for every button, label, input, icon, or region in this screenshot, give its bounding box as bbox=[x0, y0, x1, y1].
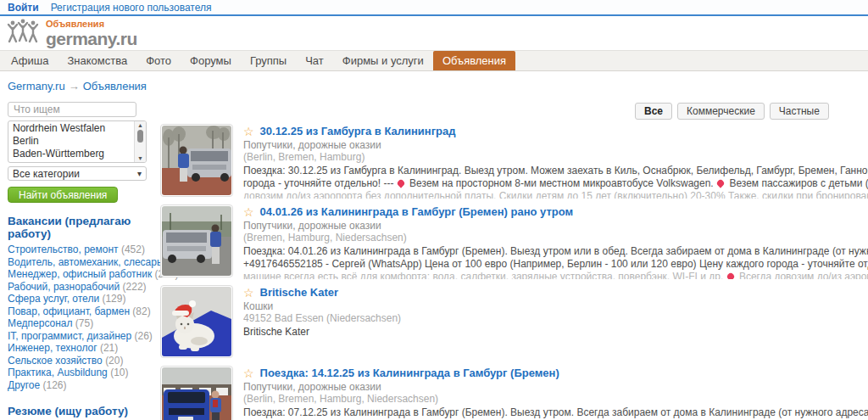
favorite-star-icon[interactable]: ☆ bbox=[243, 367, 254, 379]
breadcrumb-home[interactable]: Germany.ru bbox=[8, 80, 65, 92]
ad-description-line: +4917646552185 - Сергей (WhatsApp) Цена … bbox=[243, 258, 868, 271]
chevron-down-icon: ▾ bbox=[137, 169, 142, 178]
content: Nordrhein Westfalen Berlin Baden-Württem… bbox=[0, 100, 868, 420]
logo-site-name: germany.ru bbox=[46, 29, 137, 48]
nav-foto[interactable]: Фото bbox=[136, 51, 181, 70]
nav-znakomstva[interactable]: Знакомства bbox=[58, 51, 136, 70]
favorite-star-icon[interactable]: ☆ bbox=[243, 287, 254, 299]
filter-private-button[interactable]: Частные bbox=[770, 103, 829, 120]
ad-body: ☆ Поездка: 14.12.25 из Калининграда в Га… bbox=[243, 366, 868, 420]
ad-category: Попутчики, дорожные оказии bbox=[243, 139, 868, 151]
ad-location: (Berlin, Bremen, Hamburg) bbox=[243, 151, 868, 163]
ad-description-line: Поездка: 30.12.25 из Гамбурга в Калининг… bbox=[243, 165, 868, 177]
map-pin-icon bbox=[715, 178, 725, 188]
vacancy-category: Строительство, ремонт (452) bbox=[8, 244, 147, 256]
topbar: Войти Регистрация нового пользователя bbox=[0, 0, 868, 16]
filter-all-button[interactable]: Все bbox=[635, 103, 672, 120]
scroll-thumb[interactable] bbox=[137, 130, 143, 143]
ad-title-link[interactable]: Britische Kater bbox=[260, 286, 338, 299]
type-filter-group: Все Коммерческие Частные bbox=[635, 100, 868, 122]
site-header: Объявления germany.ru bbox=[0, 16, 868, 50]
ad-description-line: Поездка: 07.12.25 из Калининграда в Гамб… bbox=[243, 406, 868, 419]
ad-description-line: города - уточняйте отдельно! --- Везем н… bbox=[243, 177, 868, 190]
ad-body: ☆ 30.12.25 из Гамбурга в Калининград Поп… bbox=[243, 124, 868, 199]
ad-photo-silver-van[interactable] bbox=[160, 124, 233, 197]
ad-location: 49152 Bad Essen (Niedersachsen) bbox=[243, 312, 868, 324]
ad-title-link[interactable]: 30.12.25 из Гамбурга в Калининград bbox=[260, 125, 456, 137]
ad-description-line: Britische Kater bbox=[243, 326, 868, 339]
ad-title-link[interactable]: 04.01.26 из Калининграда в Гамбург (Брем… bbox=[260, 205, 574, 218]
map-pin-icon bbox=[726, 272, 735, 279]
login-link[interactable]: Войти bbox=[8, 2, 39, 14]
register-link[interactable]: Регистрация нового пользователя bbox=[51, 2, 212, 14]
filter-commercial-button[interactable]: Коммерческие bbox=[677, 103, 765, 120]
region-option[interactable]: Baden-Württemberg bbox=[8, 148, 146, 160]
search-input[interactable] bbox=[8, 102, 136, 117]
vacancy-category: Повар, официант, бармен (82) bbox=[8, 305, 147, 318]
vacancy-category: Медперсонал (75) bbox=[8, 317, 147, 330]
favorite-star-icon[interactable]: ☆ bbox=[243, 206, 254, 218]
vacancy-category: Практика, Ausbildung (10) bbox=[8, 367, 147, 379]
favorite-star-icon[interactable]: ☆ bbox=[243, 126, 254, 137]
logo-tagline: Объявления bbox=[46, 20, 137, 29]
ad-category: Попутчики, дорожные оказии bbox=[243, 220, 868, 232]
nav-afisha[interactable]: Афиша bbox=[2, 51, 58, 70]
ad-description-line: довозим до/из аэропорта без дополнительн… bbox=[243, 190, 868, 199]
ad-row: ☆ 04.01.26 из Калининграда в Гамбург (Бр… bbox=[160, 204, 868, 279]
nav-firmy[interactable]: Фирмы и услуги bbox=[333, 51, 433, 70]
ad-row: ☆ 30.12.25 из Гамбурга в Калининград Поп… bbox=[160, 124, 868, 199]
vacancy-category: Сельское хозяйство (20) bbox=[8, 355, 147, 367]
ad-category: Попутчики, дорожные оказии bbox=[243, 381, 868, 393]
vacancy-category: Другое (126) bbox=[8, 379, 147, 392]
site-logo[interactable]: Объявления germany.ru bbox=[7, 19, 137, 48]
vacancy-category: Менеджер, офисный работник (228) bbox=[8, 268, 147, 281]
nav-forumy[interactable]: Форумы bbox=[181, 51, 241, 70]
ad-photo-blue-van[interactable] bbox=[160, 366, 233, 420]
main-nav: Афиша Знакомства Фото Форумы Группы Чат … bbox=[0, 50, 868, 71]
ad-photo-silver-van-man[interactable] bbox=[160, 204, 233, 277]
breadcrumb: Germany.ru→Объявления bbox=[0, 71, 868, 100]
ad-row: ☆ Поездка: 14.12.25 из Калининграда в Га… bbox=[160, 366, 868, 420]
vacancies-section: Вакансии (предлагаю работу) Строительств… bbox=[8, 215, 147, 391]
vacancy-category: Водитель, автомеханик, слесарь (379) bbox=[8, 256, 147, 269]
breadcrumb-current[interactable]: Объявления bbox=[83, 80, 147, 92]
ad-description-line: машине всегда есть всё для комфорта: вод… bbox=[243, 271, 868, 279]
logo-text: Объявления germany.ru bbox=[46, 20, 137, 48]
ad-body: ☆ Britische Kater Кошки 49152 Bad Essen … bbox=[243, 285, 868, 360]
vacancy-category: IT, программист, дизайнер (26) bbox=[8, 330, 147, 343]
nav-gruppy[interactable]: Группы bbox=[241, 51, 296, 70]
resume-section: Резюме (ищу работу) Строительство, ремон… bbox=[8, 405, 147, 420]
nav-chat[interactable]: Чат bbox=[296, 51, 333, 70]
ads-list-panel: Все Коммерческие Частные bbox=[160, 100, 868, 420]
sidebar: Nordrhein Westfalen Berlin Baden-Württem… bbox=[8, 100, 147, 420]
listbox-scrollbar[interactable]: ▲ ▼ bbox=[134, 121, 146, 162]
region-option[interactable]: Berlin bbox=[8, 135, 146, 148]
ads-list: ☆ 30.12.25 из Гамбурга в Калининград Поп… bbox=[160, 124, 868, 420]
region-option[interactable]: Nordrhein Westfalen bbox=[8, 122, 146, 135]
category-select-value: Все категории bbox=[13, 168, 80, 180]
people-logo-icon bbox=[7, 19, 41, 48]
nav-obyavleniya[interactable]: Объявления bbox=[433, 51, 515, 70]
vacancy-category: Инженер, технолог (21) bbox=[8, 342, 147, 355]
scroll-up-icon[interactable]: ▲ bbox=[135, 121, 146, 129]
breadcrumb-arrow: → bbox=[65, 80, 83, 92]
category-select[interactable]: Все категории ▾ bbox=[8, 166, 147, 181]
map-pin-icon bbox=[396, 178, 405, 188]
find-ads-button[interactable]: Найти объявления bbox=[8, 187, 118, 203]
ad-category: Кошки bbox=[243, 300, 868, 312]
region-listbox[interactable]: Nordrhein Westfalen Berlin Baden-Württem… bbox=[8, 120, 147, 163]
resume-title: Резюме (ищу работу) bbox=[8, 405, 147, 417]
vacancies-title: Вакансии (предлагаю работу) bbox=[8, 215, 147, 240]
ad-location: (Bremen, Hamburg, Niedersachsen) bbox=[243, 232, 868, 244]
ad-location: (Berlin, Bremen, Hamburg, Niedersachsen) bbox=[243, 393, 868, 405]
ad-row: ☆ Britische Kater Кошки 49152 Bad Essen … bbox=[160, 285, 868, 360]
scroll-down-icon[interactable]: ▼ bbox=[135, 154, 146, 162]
ad-body: ☆ 04.01.26 из Калининграда в Гамбург (Бр… bbox=[243, 204, 868, 279]
vacancy-category: Рабочий, разнорабочий (222) bbox=[8, 281, 147, 294]
ad-photo-cat[interactable] bbox=[160, 285, 233, 358]
ad-description-line: Поездка: 04.01.26 из Калининграда в Гамб… bbox=[243, 245, 868, 258]
vacancy-category: Сфера услуг, отели (129) bbox=[8, 293, 147, 305]
ad-title-link[interactable]: Поездка: 14.12.25 из Калининграда в Гамб… bbox=[260, 367, 559, 379]
